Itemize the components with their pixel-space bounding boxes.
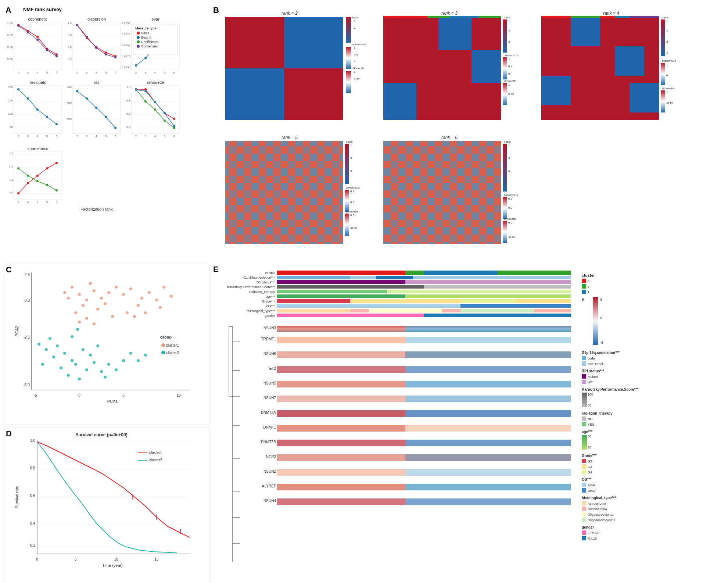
svg-rect-260 (503, 144, 507, 192)
svg-text:3: 3 (145, 71, 147, 74)
svg-point-320 (67, 374, 70, 377)
svg-text:1.0: 1.0 (126, 86, 131, 89)
svg-point-325 (78, 378, 81, 380)
svg-point-324 (93, 361, 96, 364)
svg-text:PCA1: PCA1 (107, 399, 118, 404)
svg-text:NSUN7: NSUN7 (263, 396, 276, 400)
svg-text:Glioblastoma: Glioblastoma (588, 507, 607, 511)
svg-point-285 (85, 298, 88, 301)
svg-point-301 (155, 298, 158, 301)
svg-text:basis: basis (346, 140, 353, 143)
svg-rect-265 (503, 197, 507, 219)
svg-text:2: 2 (354, 26, 356, 29)
svg-text:6: 6 (56, 71, 58, 74)
svg-rect-403 (369, 309, 442, 312)
svg-rect-454 (405, 469, 571, 476)
svg-rect-216 (571, 17, 600, 46)
svg-point-73 (137, 32, 140, 35)
svg-point-169 (17, 167, 19, 169)
panel-b-svg: rank = 2 basis 1 2 (222, 7, 728, 257)
svg-rect-464 (582, 284, 586, 289)
svg-rect-497 (582, 459, 586, 463)
svg-point-293 (74, 311, 77, 314)
svg-point-66 (135, 64, 137, 67)
svg-text:Basis: Basis (141, 31, 150, 35)
svg-text:DNMT3B: DNMT3B (261, 440, 276, 444)
svg-rect-520 (582, 536, 586, 540)
svg-text:rank = 6: rank = 6 (441, 135, 458, 140)
svg-text:10: 10 (176, 393, 181, 397)
svg-point-118 (114, 127, 116, 129)
svg-text:1.0: 1.0 (68, 22, 72, 25)
svg-rect-456 (277, 484, 405, 490)
svg-text:group: group (160, 335, 172, 339)
svg-text:400: 400 (67, 117, 72, 121)
svg-text:-5: -5 (34, 393, 37, 397)
svg-rect-460 (405, 498, 571, 505)
svg-text:consensus: consensus (662, 59, 676, 62)
svg-rect-453 (277, 469, 405, 476)
svg-text:Time (year): Time (year) (102, 563, 123, 568)
panel-d: D Survival curve (p=0e+00) 1.0 0.8 0.6 0… (4, 427, 209, 583)
svg-point-79 (137, 45, 140, 48)
svg-text:histological_type***: histological_type*** (247, 309, 275, 313)
svg-point-299 (137, 304, 140, 307)
svg-point-167 (46, 167, 48, 169)
svg-rect-102 (73, 86, 121, 133)
svg-rect-177 (284, 17, 343, 68)
svg-text:OS***: OS*** (266, 304, 275, 308)
svg-point-292 (96, 308, 99, 311)
svg-rect-223 (630, 16, 659, 18)
svg-text:6: 6 (582, 297, 584, 301)
svg-text:0.8: 0.8 (68, 33, 72, 37)
panel-c-label: C (6, 265, 12, 275)
svg-text:rank = 2: rank = 2 (281, 11, 298, 16)
svg-text:0: 0 (508, 72, 510, 75)
svg-text:0: 0 (600, 316, 602, 320)
svg-point-314 (49, 337, 51, 340)
svg-point-337 (144, 354, 147, 357)
svg-rect-240 (225, 141, 343, 244)
svg-rect-399 (277, 304, 460, 308)
svg-text:3: 3 (27, 135, 29, 138)
svg-point-144 (135, 89, 137, 91)
svg-point-296 (104, 302, 107, 305)
svg-text:gender: gender (265, 314, 275, 318)
svg-point-340 (76, 328, 79, 331)
svg-text:1: 1 (666, 63, 668, 66)
svg-point-46 (86, 36, 88, 38)
svg-rect-481 (582, 380, 586, 384)
svg-point-75 (137, 36, 140, 39)
svg-text:radiation_therapy: radiation_therapy (582, 411, 613, 415)
svg-text:consensus: consensus (504, 193, 518, 197)
svg-text:NSUN4: NSUN4 (263, 499, 276, 503)
svg-text:rank = 4: rank = 4 (603, 11, 619, 16)
svg-text:0.6: 0.6 (508, 197, 513, 200)
svg-text:Factorization rank: Factorization rank (80, 207, 113, 211)
svg-rect-518 (582, 530, 586, 535)
svg-text:6: 6 (115, 71, 116, 74)
svg-text:0.9950: 0.9950 (122, 22, 131, 25)
svg-rect-245 (345, 144, 349, 184)
svg-point-311 (63, 291, 66, 294)
svg-text:1: 1 (666, 90, 668, 94)
svg-text:1: 1 (354, 46, 356, 50)
svg-text:silhouette: silhouette (504, 79, 517, 83)
svg-text:6: 6 (588, 279, 589, 283)
svg-rect-26 (73, 22, 121, 70)
svg-rect-217 (615, 46, 644, 76)
svg-text:Survival curve (p=0e+00): Survival curve (p=0e+00) (75, 432, 127, 437)
svg-point-284 (78, 293, 81, 296)
svg-rect-201 (503, 19, 507, 53)
svg-text:0.8: 0.8 (30, 466, 35, 470)
svg-text:2: 2 (76, 135, 78, 138)
svg-text:basis: basis (504, 140, 511, 143)
svg-text:FEMALE: FEMALE (588, 531, 601, 535)
svg-text:1: 1 (588, 290, 589, 294)
svg-rect-219 (630, 83, 659, 112)
svg-rect-391 (277, 294, 405, 298)
svg-point-315 (56, 344, 59, 347)
svg-text:non~codel: non~codel (588, 362, 603, 366)
svg-point-98 (36, 108, 39, 111)
svg-point-289 (71, 286, 73, 289)
